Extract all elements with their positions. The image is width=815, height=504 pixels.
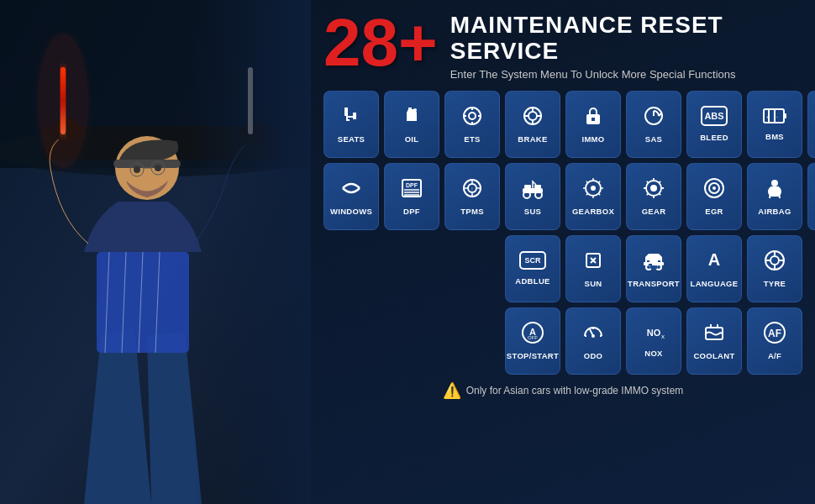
service-item-sun[interactable]: SUN bbox=[565, 235, 621, 302]
dpf-icon: DPF bbox=[400, 176, 423, 203]
coolant-icon bbox=[702, 321, 726, 348]
svg-text:ABS: ABS bbox=[704, 111, 723, 121]
svg-rect-21 bbox=[0, 0, 319, 504]
gear-icon bbox=[642, 176, 665, 203]
service-item-airbag[interactable]: AIRBAG bbox=[747, 163, 802, 230]
svg-text:!: ! bbox=[592, 186, 593, 192]
svg-text:AF: AF bbox=[768, 328, 781, 339]
seats-label: SEATS bbox=[338, 134, 365, 144]
language-label: LANGUAGE bbox=[691, 279, 739, 288]
service-item-nox[interactable]: NO x NOx bbox=[626, 307, 681, 375]
airbag-label: AIRBAG bbox=[758, 207, 791, 216]
grid-row-4: A OFF STOP/START ODO bbox=[323, 307, 802, 375]
sus-icon bbox=[521, 176, 544, 203]
svg-point-24 bbox=[469, 113, 476, 119]
svg-text:+: + bbox=[766, 114, 769, 119]
nox-icon: NO x bbox=[640, 323, 667, 345]
service-item-adblue[interactable]: SCR ADBLUE bbox=[505, 235, 560, 302]
ets-label: ETS bbox=[464, 134, 480, 144]
stopstart-icon: A OFF bbox=[521, 321, 544, 348]
service-item-transport[interactable]: TRANSPORT bbox=[626, 235, 681, 302]
brake-icon bbox=[521, 104, 544, 131]
tpms-icon: ! bbox=[460, 176, 484, 203]
service-item-bleed[interactable]: ABS BLEED bbox=[686, 91, 742, 158]
svg-point-72 bbox=[771, 180, 778, 186]
immo-label: IMMO bbox=[581, 134, 604, 144]
windows-icon bbox=[339, 176, 363, 203]
service-item-gear[interactable]: GEAR bbox=[626, 163, 681, 230]
af-label: A/F bbox=[768, 351, 781, 360]
gearbox-icon: ! bbox=[581, 176, 605, 203]
main-title: MAINTENANCE RESET SERVICE bbox=[450, 13, 802, 65]
tpms-label: TPMS bbox=[460, 207, 484, 216]
nox-label: NOx bbox=[644, 349, 663, 358]
service-item-dpf[interactable]: DPF DPF bbox=[384, 163, 439, 230]
coolant-label: COOLANT bbox=[693, 351, 734, 360]
sun-label: SUN bbox=[585, 279, 602, 288]
service-item-sas[interactable]: SAS bbox=[626, 91, 681, 158]
windows-label: WINDOWS bbox=[330, 207, 372, 216]
service-item-brake[interactable]: BRAKE bbox=[505, 91, 560, 158]
service-item-injec[interactable]: INJEC bbox=[807, 91, 815, 158]
odo-label: ODO bbox=[584, 351, 603, 360]
svg-rect-85 bbox=[650, 265, 657, 269]
service-item-tpms[interactable]: ! TPMS bbox=[444, 163, 500, 230]
bms-label: BMS bbox=[765, 132, 784, 141]
svg-rect-60 bbox=[524, 185, 531, 188]
svg-rect-88 bbox=[658, 260, 660, 262]
service-item-gearbox[interactable]: ! GEARBOX bbox=[565, 163, 621, 230]
service-item-af[interactable]: AF A/F bbox=[747, 307, 802, 375]
service-item-language[interactable]: A LANGUAGE bbox=[686, 235, 742, 302]
seats-icon bbox=[339, 104, 363, 131]
service-item-immo[interactable]: IMMO bbox=[565, 91, 621, 158]
service-item-bms[interactable]: + - BMS bbox=[747, 91, 802, 158]
bleed-icon: ABS bbox=[701, 106, 728, 129]
service-item-windows[interactable]: WINDOWS bbox=[323, 163, 379, 230]
transport-icon bbox=[642, 249, 665, 276]
svg-point-71 bbox=[712, 186, 716, 190]
header-text: MAINTENANCE RESET SERVICE Enter The Syst… bbox=[450, 13, 802, 81]
svg-text:SCR: SCR bbox=[524, 256, 541, 265]
immo-icon bbox=[581, 104, 605, 131]
grid-row-2: WINDOWS DPF DPF bbox=[323, 163, 802, 230]
odo-icon bbox=[581, 321, 605, 348]
warning-icon: ⚠️ bbox=[443, 381, 461, 400]
service-item-stopstart[interactable]: A OFF STOP/START bbox=[505, 307, 560, 375]
service-item-afs[interactable]: AFS bbox=[807, 163, 815, 230]
svg-point-91 bbox=[770, 256, 779, 265]
svg-text:NO: NO bbox=[647, 328, 661, 338]
service-item-odo[interactable]: ODO bbox=[565, 307, 621, 375]
transport-label: TRANSPORT bbox=[628, 279, 680, 288]
stopstart-label: STOP/START bbox=[507, 351, 559, 360]
sas-icon bbox=[642, 104, 665, 131]
airbag-icon bbox=[763, 176, 786, 203]
adblue-icon: SCR bbox=[519, 251, 546, 273]
service-item-sus[interactable]: SUS bbox=[505, 163, 560, 230]
language-icon: A bbox=[702, 249, 726, 276]
tyre-label: TYRE bbox=[764, 279, 786, 288]
svg-point-99 bbox=[592, 334, 595, 338]
gear-label: GEAR bbox=[642, 207, 666, 216]
svg-text:!: ! bbox=[471, 186, 472, 192]
svg-rect-43 bbox=[784, 113, 786, 118]
adblue-label: ADBLUE bbox=[515, 276, 549, 286]
header: 28+ MAINTENANCE RESET SERVICE Enter The … bbox=[323, 13, 802, 81]
service-item-oil[interactable]: OIL bbox=[384, 91, 439, 158]
af-icon: AF bbox=[763, 321, 786, 348]
service-item-ets[interactable]: ETS bbox=[444, 91, 500, 158]
service-item-coolant[interactable]: COOLANT bbox=[686, 307, 742, 375]
service-item-tyre[interactable]: TYRE bbox=[747, 235, 802, 302]
service-item-seats[interactable]: SEATS bbox=[323, 91, 379, 158]
sas-label: SAS bbox=[645, 134, 662, 144]
big-number: 28+ bbox=[323, 13, 438, 73]
service-item-egr[interactable]: EGR bbox=[686, 163, 742, 230]
main-content: 28+ MAINTENANCE RESET SERVICE Enter The … bbox=[311, 0, 815, 504]
svg-point-68 bbox=[650, 185, 657, 192]
svg-rect-87 bbox=[647, 260, 649, 262]
warning-bar: ⚠️ Only for Asian cars with low-grade IM… bbox=[323, 381, 802, 400]
gearbox-label: GEARBOX bbox=[572, 207, 614, 216]
warning-text: Only for Asian cars with low-grade IMMO … bbox=[466, 385, 684, 396]
sub-title: Enter The System Menu To Unlock More Spe… bbox=[450, 68, 802, 81]
sun-icon bbox=[581, 249, 605, 276]
tyre-icon bbox=[763, 249, 786, 276]
